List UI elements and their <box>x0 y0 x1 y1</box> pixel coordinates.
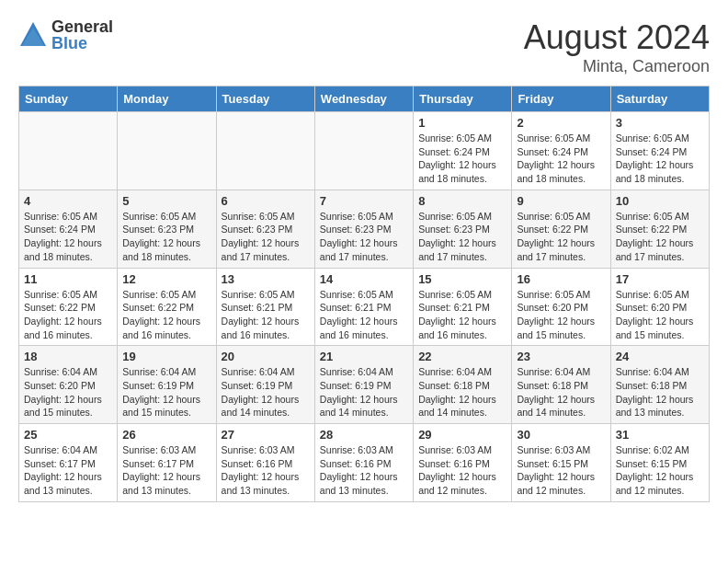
day-number: 13 <box>222 272 310 286</box>
day-info: Sunrise: 6:04 AM Sunset: 6:17 PM Dayligh… <box>24 443 112 498</box>
calendar-day-cell: 17Sunrise: 6:05 AM Sunset: 6:20 PM Dayli… <box>610 268 709 346</box>
day-info: Sunrise: 6:05 AM Sunset: 6:24 PM Dayligh… <box>418 132 506 186</box>
calendar-day-cell: 28Sunrise: 6:03 AM Sunset: 6:16 PM Dayli… <box>314 424 413 502</box>
day-number: 6 <box>222 194 310 208</box>
day-number: 15 <box>418 272 506 286</box>
day-number: 20 <box>222 350 310 363</box>
day-number: 31 <box>616 428 704 442</box>
day-info: Sunrise: 6:05 AM Sunset: 6:24 PM Dayligh… <box>517 132 605 186</box>
day-number: 27 <box>222 428 310 442</box>
calendar-day-cell: 16Sunrise: 6:05 AM Sunset: 6:20 PM Dayli… <box>512 268 610 346</box>
day-number: 8 <box>418 194 506 208</box>
day-number: 21 <box>320 350 408 363</box>
calendar-day-cell: 22Sunrise: 6:04 AM Sunset: 6:18 PM Dayli… <box>414 346 512 424</box>
logo-general: General <box>51 18 113 35</box>
day-number: 9 <box>517 194 605 208</box>
calendar-day-cell <box>118 112 216 190</box>
day-info: Sunrise: 6:05 AM Sunset: 6:21 PM Dayligh… <box>222 288 310 342</box>
day-number: 29 <box>418 428 506 442</box>
weekday-header-tuesday: Tuesday <box>216 86 314 112</box>
day-info: Sunrise: 6:04 AM Sunset: 6:18 PM Dayligh… <box>517 365 605 419</box>
day-number: 30 <box>517 428 605 442</box>
calendar-day-cell: 23Sunrise: 6:04 AM Sunset: 6:18 PM Dayli… <box>512 346 610 424</box>
calendar-day-cell: 18Sunrise: 6:04 AM Sunset: 6:20 PM Dayli… <box>19 346 118 424</box>
day-info: Sunrise: 6:05 AM Sunset: 6:22 PM Dayligh… <box>517 210 605 264</box>
day-number: 12 <box>122 272 210 286</box>
day-number: 7 <box>320 194 408 208</box>
day-number: 1 <box>418 116 506 130</box>
day-number: 23 <box>517 350 605 363</box>
calendar-day-cell: 29Sunrise: 6:03 AM Sunset: 6:16 PM Dayli… <box>414 424 512 502</box>
weekday-header-saturday: Saturday <box>610 86 709 112</box>
location-subtitle: Minta, Cameroon <box>524 57 710 76</box>
day-number: 18 <box>24 350 112 363</box>
calendar-day-cell: 20Sunrise: 6:04 AM Sunset: 6:19 PM Dayli… <box>216 346 314 424</box>
calendar-week-row: 1Sunrise: 6:05 AM Sunset: 6:24 PM Daylig… <box>19 112 710 190</box>
day-info: Sunrise: 6:02 AM Sunset: 6:15 PM Dayligh… <box>616 443 704 498</box>
day-info: Sunrise: 6:03 AM Sunset: 6:15 PM Dayligh… <box>517 443 605 498</box>
day-number: 19 <box>122 350 210 363</box>
day-info: Sunrise: 6:05 AM Sunset: 6:22 PM Dayligh… <box>616 210 704 264</box>
month-year-title: August 2024 <box>524 18 710 57</box>
calendar-day-cell: 1Sunrise: 6:05 AM Sunset: 6:24 PM Daylig… <box>414 112 512 190</box>
day-info: Sunrise: 6:05 AM Sunset: 6:21 PM Dayligh… <box>418 288 506 342</box>
day-number: 14 <box>320 272 408 286</box>
weekday-header-row: SundayMondayTuesdayWednesdayThursdayFrid… <box>19 86 710 112</box>
calendar-day-cell: 15Sunrise: 6:05 AM Sunset: 6:21 PM Dayli… <box>414 268 512 346</box>
day-info: Sunrise: 6:05 AM Sunset: 6:22 PM Dayligh… <box>24 288 112 342</box>
calendar-day-cell <box>216 112 314 190</box>
day-number: 11 <box>24 272 112 286</box>
calendar-day-cell <box>19 112 118 190</box>
calendar-week-row: 4Sunrise: 6:05 AM Sunset: 6:24 PM Daylig… <box>19 190 710 268</box>
day-info: Sunrise: 6:05 AM Sunset: 6:21 PM Dayligh… <box>320 288 408 342</box>
logo-blue: Blue <box>51 35 113 52</box>
calendar-day-cell: 12Sunrise: 6:05 AM Sunset: 6:22 PM Dayli… <box>118 268 216 346</box>
day-number: 28 <box>320 428 408 442</box>
calendar-day-cell: 27Sunrise: 6:03 AM Sunset: 6:16 PM Dayli… <box>216 424 314 502</box>
weekday-header-thursday: Thursday <box>414 86 512 112</box>
day-number: 3 <box>616 116 704 130</box>
weekday-header-wednesday: Wednesday <box>314 86 413 112</box>
day-info: Sunrise: 6:03 AM Sunset: 6:16 PM Dayligh… <box>222 443 310 498</box>
title-block: August 2024 Minta, Cameroon <box>524 18 710 76</box>
calendar-day-cell: 31Sunrise: 6:02 AM Sunset: 6:15 PM Dayli… <box>610 424 709 502</box>
calendar-day-cell: 30Sunrise: 6:03 AM Sunset: 6:15 PM Dayli… <box>512 424 610 502</box>
calendar-day-cell: 2Sunrise: 6:05 AM Sunset: 6:24 PM Daylig… <box>512 112 610 190</box>
calendar-day-cell: 7Sunrise: 6:05 AM Sunset: 6:23 PM Daylig… <box>314 190 413 268</box>
calendar-day-cell: 26Sunrise: 6:03 AM Sunset: 6:17 PM Dayli… <box>118 424 216 502</box>
day-info: Sunrise: 6:05 AM Sunset: 6:24 PM Dayligh… <box>616 132 704 186</box>
calendar-day-cell: 8Sunrise: 6:05 AM Sunset: 6:23 PM Daylig… <box>414 190 512 268</box>
logo: General Blue <box>18 18 113 52</box>
calendar-week-row: 18Sunrise: 6:04 AM Sunset: 6:20 PM Dayli… <box>19 346 710 424</box>
calendar-day-cell: 19Sunrise: 6:04 AM Sunset: 6:19 PM Dayli… <box>118 346 216 424</box>
calendar-day-cell <box>314 112 413 190</box>
day-info: Sunrise: 6:03 AM Sunset: 6:16 PM Dayligh… <box>418 443 506 498</box>
weekday-header-sunday: Sunday <box>19 86 118 112</box>
day-info: Sunrise: 6:05 AM Sunset: 6:24 PM Dayligh… <box>24 210 112 264</box>
weekday-header-friday: Friday <box>512 86 610 112</box>
day-number: 26 <box>122 428 210 442</box>
calendar-day-cell: 21Sunrise: 6:04 AM Sunset: 6:19 PM Dayli… <box>314 346 413 424</box>
day-info: Sunrise: 6:04 AM Sunset: 6:20 PM Dayligh… <box>24 365 112 419</box>
day-info: Sunrise: 6:05 AM Sunset: 6:20 PM Dayligh… <box>616 288 704 342</box>
day-number: 24 <box>616 350 704 363</box>
day-info: Sunrise: 6:03 AM Sunset: 6:17 PM Dayligh… <box>122 443 210 498</box>
day-number: 16 <box>517 272 605 286</box>
calendar-week-row: 25Sunrise: 6:04 AM Sunset: 6:17 PM Dayli… <box>19 424 710 502</box>
calendar-week-row: 11Sunrise: 6:05 AM Sunset: 6:22 PM Dayli… <box>19 268 710 346</box>
calendar-day-cell: 5Sunrise: 6:05 AM Sunset: 6:23 PM Daylig… <box>118 190 216 268</box>
day-number: 10 <box>616 194 704 208</box>
day-info: Sunrise: 6:05 AM Sunset: 6:22 PM Dayligh… <box>122 288 210 342</box>
day-number: 17 <box>616 272 704 286</box>
day-info: Sunrise: 6:05 AM Sunset: 6:23 PM Dayligh… <box>320 210 408 264</box>
weekday-header-monday: Monday <box>118 86 216 112</box>
day-number: 4 <box>24 194 112 208</box>
calendar-day-cell: 4Sunrise: 6:05 AM Sunset: 6:24 PM Daylig… <box>19 190 118 268</box>
calendar-day-cell: 13Sunrise: 6:05 AM Sunset: 6:21 PM Dayli… <box>216 268 314 346</box>
day-info: Sunrise: 6:05 AM Sunset: 6:23 PM Dayligh… <box>418 210 506 264</box>
day-number: 2 <box>517 116 605 130</box>
day-info: Sunrise: 6:03 AM Sunset: 6:16 PM Dayligh… <box>320 443 408 498</box>
day-info: Sunrise: 6:04 AM Sunset: 6:19 PM Dayligh… <box>122 365 210 419</box>
day-number: 5 <box>122 194 210 208</box>
day-info: Sunrise: 6:05 AM Sunset: 6:23 PM Dayligh… <box>222 210 310 264</box>
